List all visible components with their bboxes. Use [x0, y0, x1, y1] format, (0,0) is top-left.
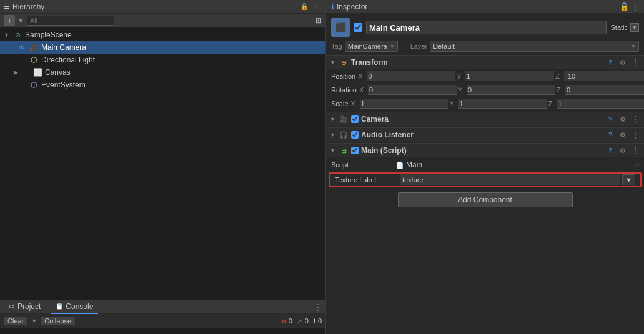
gameobject-name-input[interactable] [366, 21, 607, 34]
layer-dropdown[interactable]: Default ▼ [430, 41, 639, 52]
hierarchy-title: Hierarchy [12, 2, 297, 11]
transform-icon: ⊕ [339, 57, 349, 67]
hierarchy-search-input[interactable] [27, 16, 114, 26]
camera-node-icon: 🎥 [29, 42, 39, 52]
scene-item[interactable]: ▼ ⊙ SampleScene ⋮ [0, 29, 325, 41]
tag-layer-row: Tag MainCamera ▼ Layer Default ▼ [326, 39, 644, 54]
layer-label: Layer [410, 42, 428, 50]
script-collapse-arrow: ▼ [330, 147, 336, 154]
tag-dropdown[interactable]: MainCamera ▼ [345, 41, 398, 52]
camera-active-checkbox[interactable] [351, 115, 359, 123]
script-help-btn[interactable]: ? [605, 145, 615, 155]
script-menu-btn[interactable]: ⋮ [630, 145, 640, 155]
event-node-icon: ⬡ [29, 80, 39, 90]
script-settings-btn[interactable]: ⚙ [618, 145, 628, 155]
transform-settings-btn[interactable]: ⚙ [618, 57, 628, 67]
audio-actions: ? ⚙ ⋮ [605, 130, 640, 140]
inspector-info-icon: ℹ [331, 2, 334, 11]
rotation-y-input[interactable] [467, 85, 555, 95]
warning-icon: ⚠ [297, 318, 303, 325]
collapse-button[interactable]: Collapse [41, 317, 75, 325]
audio-menu-btn[interactable]: ⋮ [630, 130, 640, 140]
position-z-field: Z [555, 71, 644, 81]
add-component-label: Add Component [458, 195, 512, 204]
position-x-input[interactable] [367, 71, 455, 81]
transform-help-btn[interactable]: ? [605, 57, 615, 67]
inspector-lock-btn[interactable]: 🔓 [620, 2, 629, 11]
hierarchy-filter-btn[interactable]: ⊞ [315, 16, 322, 25]
canvas-arrow: ▶ [14, 69, 21, 76]
script-field-row: Script 📄 Main ⊙ [326, 157, 644, 172]
scale-x-axis: X [351, 100, 359, 107]
error-icon: ⊗ [282, 318, 287, 325]
camera-settings-btn[interactable]: ⚙ [618, 114, 628, 124]
tag-dropdown-arrow: ▼ [390, 44, 395, 49]
camera-menu-btn[interactable]: ⋮ [630, 114, 640, 124]
clear-dropdown-arrow[interactable]: ▼ [31, 318, 37, 324]
hierarchy-add-btn[interactable]: + [4, 15, 15, 26]
scale-y-field: Y [450, 99, 547, 109]
camera-help-btn[interactable]: ? [605, 114, 615, 124]
audio-label: Audio Listener [361, 130, 603, 139]
scene-menu-icon[interactable]: ⋮ [319, 31, 325, 39]
tab-project[interactable]: 🗂 Project [4, 300, 46, 314]
rotation-y-field: Y [458, 85, 555, 95]
hierarchy-light-label: Directional Light [41, 56, 95, 64]
script-target-icon: ⊙ [634, 162, 639, 169]
position-y-field: Y [457, 71, 554, 81]
scale-x-input[interactable] [360, 99, 448, 109]
transform-header[interactable]: ▼ ⊕ Transform ? ⚙ ⋮ [326, 56, 644, 69]
gameobject-active-checkbox[interactable] [354, 23, 362, 32]
audio-help-btn[interactable]: ? [605, 130, 615, 140]
texture-dropdown-btn[interactable]: ▼ [622, 174, 635, 185]
texture-label-field-label: Texture Label [335, 176, 397, 184]
bottom-panel: 🗂 Project 📋 Console ⋮ Clear ▼ Collapse [0, 300, 325, 334]
position-row: Position X Y Z [326, 69, 644, 83]
inspector-body: ⬛ Static ▼ Tag MainCamera ▼ Layer Defaul… [326, 14, 644, 334]
hierarchy-item-main-camera[interactable]: 👁 🎥 Main Camera [0, 41, 325, 54]
script-active-checkbox[interactable] [351, 147, 359, 154]
audio-settings-btn[interactable]: ⚙ [618, 130, 628, 140]
main-script-header[interactable]: ▼ ⊞ Main (Script) ? ⚙ ⋮ [326, 144, 644, 157]
hierarchy-lock-btn[interactable]: 🔓 [299, 2, 309, 12]
gameobject-header: ⬛ Static ▼ [326, 16, 644, 39]
script-field-label: Script [331, 161, 394, 169]
texture-label-input[interactable] [400, 174, 620, 185]
rotation-y-axis: Y [458, 86, 465, 94]
hierarchy-item-directional-light[interactable]: ⬡ Directional Light [0, 54, 325, 66]
scale-z-input[interactable] [557, 99, 644, 109]
hierarchy-item-canvas[interactable]: ▶ ⬜ Canvas [0, 66, 325, 79]
audio-active-checkbox[interactable] [351, 131, 359, 139]
static-row: Static ▼ [610, 23, 639, 32]
hierarchy-item-eventsystem[interactable]: ⬡ EventSystem [0, 79, 325, 91]
rotation-z-input[interactable] [565, 85, 644, 95]
camera-component: ▼ 🎥 Camera ? ⚙ ⋮ [326, 112, 644, 126]
hierarchy-tree: ▼ ⊙ SampleScene ⋮ 👁 🎥 Main Camera ⬡ Dire… [0, 27, 325, 300]
scale-y-input[interactable] [458, 99, 547, 109]
inspector-menu-btn[interactable]: ⋮ [632, 2, 639, 11]
inspector-title: Inspector [337, 2, 617, 11]
audio-collapse-arrow: ▼ [330, 132, 336, 138]
log-error-count: ⊗ 0 [282, 317, 292, 325]
layer-dropdown-arrow: ▼ [631, 44, 636, 49]
audio-listener-header[interactable]: ▼ 🎧 Audio Listener ? ⚙ ⋮ [326, 128, 644, 142]
tab-console[interactable]: 📋 Console [51, 300, 98, 314]
console-menu-btn[interactable]: ⋮ [314, 303, 322, 312]
console-tab-label: Console [66, 302, 93, 311]
log-counts: ⊗ 0 ⚠ 0 ℹ 0 [282, 317, 322, 325]
position-z-input[interactable] [564, 71, 644, 81]
transform-menu-btn[interactable]: ⋮ [630, 57, 640, 67]
clear-button[interactable]: Clear [4, 317, 27, 325]
tag-value: MainCamera [348, 42, 387, 50]
static-dropdown-btn[interactable]: ▼ [630, 23, 639, 32]
hierarchy-menu-btn[interactable]: ⋮ [312, 2, 322, 12]
tag-label: Tag [331, 42, 342, 50]
rotation-x-input[interactable] [368, 85, 457, 95]
log-warning-count: ⚠ 0 [297, 317, 309, 325]
rotation-x-axis: X [359, 86, 367, 94]
error-count-value: 0 [289, 317, 292, 325]
camera-header[interactable]: ▼ 🎥 Camera ? ⚙ ⋮ [326, 112, 644, 126]
transform-collapse-arrow: ▼ [330, 59, 336, 66]
position-y-input[interactable] [465, 71, 554, 81]
add-component-button[interactable]: Add Component [398, 192, 573, 207]
